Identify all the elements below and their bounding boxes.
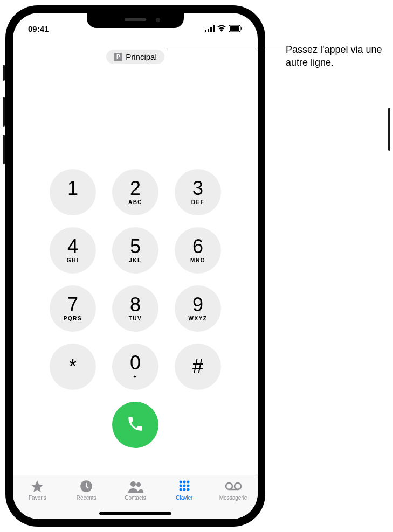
svg-point-15 (187, 485, 189, 487)
svg-point-9 (136, 482, 141, 487)
tab-bar: Favoris Récents Contacts Clavier (13, 475, 258, 519)
tab-messagerie[interactable]: Messagerie (209, 479, 258, 519)
key-star[interactable]: * (50, 344, 96, 390)
key-7[interactable]: 7PQRS (50, 285, 96, 332)
tab-label: Clavier (176, 495, 192, 501)
svg-rect-5 (230, 26, 239, 31)
phone-frame: 09:41 P Principal 1 2ABC (5, 5, 265, 527)
keypad: 1 2ABC 3DEF 4GHI 5JKL 6MNO 7PQRS 8TUV 9W… (50, 169, 221, 390)
side-button-power (388, 108, 390, 151)
home-indicator[interactable] (99, 512, 171, 515)
cellular-icon (205, 25, 215, 32)
svg-point-12 (187, 481, 189, 484)
key-4[interactable]: 4GHI (50, 227, 96, 274)
keypad-area: 1 2ABC 3DEF 4GHI 5JKL 6MNO 7PQRS 8TUV 9W… (13, 169, 258, 448)
callout-text: Passez l'appel via une autre ligne. (286, 43, 388, 69)
tab-label: Favoris (29, 495, 46, 501)
svg-point-19 (226, 483, 232, 489)
key-letters: ABC (128, 199, 142, 206)
status-right (205, 25, 243, 32)
key-letters: PQRS (64, 316, 82, 322)
svg-point-16 (179, 488, 182, 491)
key-0[interactable]: 0+ (112, 344, 158, 390)
tab-label: Messagerie (219, 495, 247, 501)
key-1[interactable]: 1 (50, 169, 96, 215)
key-hash[interactable]: # (175, 344, 221, 390)
key-digit: # (192, 357, 203, 376)
key-2[interactable]: 2ABC (112, 169, 158, 215)
svg-point-14 (183, 485, 185, 487)
key-9[interactable]: 9WXYZ (175, 285, 221, 332)
svg-point-8 (130, 481, 136, 487)
key-letters: MNO (190, 257, 205, 264)
svg-point-13 (179, 485, 182, 487)
key-digit: 4 (67, 237, 78, 256)
key-letters: JKL (129, 257, 141, 264)
key-8[interactable]: 8TUV (112, 285, 158, 332)
key-digit: 3 (192, 179, 203, 198)
voicemail-icon (225, 479, 242, 494)
phone-screen: 09:41 P Principal 1 2ABC (13, 13, 258, 519)
svg-point-18 (187, 488, 189, 491)
key-letters: + (133, 374, 137, 380)
key-letters: DEF (191, 199, 205, 206)
status-time: 09:41 (28, 24, 49, 33)
wifi-icon (217, 25, 226, 32)
line-selector-button[interactable]: P Principal (106, 50, 164, 64)
key-letters: WXYZ (189, 316, 208, 322)
svg-rect-2 (210, 27, 212, 32)
battery-icon (229, 25, 243, 32)
side-button-volume-up (3, 97, 5, 127)
line-badge-icon: P (114, 53, 122, 61)
key-digit: 2 (130, 179, 141, 198)
key-letters: TUV (129, 316, 142, 322)
side-button-volume-down (3, 135, 5, 164)
svg-rect-0 (205, 30, 206, 32)
line-selector: P Principal (13, 50, 258, 64)
svg-rect-6 (241, 27, 242, 30)
svg-point-10 (179, 481, 182, 484)
tab-label: Récents (77, 495, 96, 501)
key-digit: 1 (67, 179, 78, 198)
key-6[interactable]: 6MNO (175, 227, 221, 274)
key-5[interactable]: 5JKL (112, 227, 158, 274)
call-button[interactable] (112, 402, 158, 448)
key-digit: 7 (67, 295, 78, 314)
svg-point-20 (235, 483, 241, 489)
svg-point-17 (183, 488, 185, 491)
key-digit: 9 (192, 295, 203, 314)
key-digit: 0 (130, 353, 141, 373)
clock-icon (79, 479, 93, 494)
contacts-icon (127, 479, 143, 494)
notch (87, 13, 184, 28)
key-digit: 6 (192, 237, 203, 256)
side-button-mute (3, 65, 5, 81)
svg-point-11 (183, 481, 185, 484)
tab-favoris[interactable]: Favoris (13, 479, 62, 519)
callout-line (167, 50, 286, 50)
svg-rect-3 (213, 25, 215, 32)
key-digit: * (69, 357, 77, 376)
key-letters: GHI (67, 257, 79, 264)
svg-rect-1 (208, 29, 209, 32)
key-digit: 8 (130, 295, 141, 314)
key-3[interactable]: 3DEF (175, 169, 221, 215)
line-selector-label: Principal (126, 52, 157, 61)
key-digit: 5 (130, 237, 141, 256)
phone-icon (126, 415, 144, 435)
keypad-icon (178, 479, 191, 494)
star-icon (30, 479, 44, 494)
tab-label: Contacts (125, 495, 146, 501)
